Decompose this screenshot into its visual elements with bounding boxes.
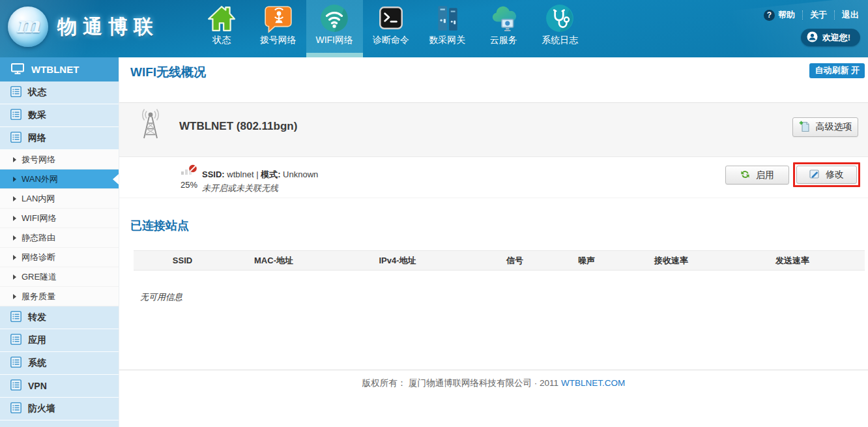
main-nav: 状态 拨号网络 WIFI网络 诊断命令 数采网关 xyxy=(194,0,588,57)
sidebar-device-header[interactable]: WTBLNET xyxy=(0,57,119,81)
wifi-status-text: 未开启或未关联无线 xyxy=(202,183,278,194)
sidebar-item-gre-tunnel[interactable]: GRE隧道 xyxy=(0,267,119,287)
sidebar-item-label: WAN外网 xyxy=(22,173,58,185)
sidebar-item-firewall[interactable]: 防火墙 xyxy=(0,398,119,420)
nav-tab-label: 状态 xyxy=(212,35,231,45)
link-divider xyxy=(834,10,835,20)
connected-stations-title: 已连接站点 xyxy=(130,218,189,233)
sidebar-item-wifi[interactable]: WIFI网络 xyxy=(0,209,119,228)
ssid-label: SSID: xyxy=(202,169,225,179)
nav-tab-system-log[interactable]: 系统日志 xyxy=(532,0,588,57)
sidebar-item-wan[interactable]: WAN外网 xyxy=(0,169,119,189)
sidebar-item-label: 转发 xyxy=(28,312,46,323)
nav-tab-status[interactable]: 状态 xyxy=(194,0,250,57)
separator: | xyxy=(256,169,258,179)
sidebar-item-status[interactable]: 状态 xyxy=(0,81,119,104)
sidebar-item-network[interactable]: 网络 xyxy=(0,127,119,150)
column-header: IPv4-地址 xyxy=(316,255,479,267)
sidebar-item-label: 服务质量 xyxy=(22,291,55,302)
nav-tab-label: WIFI网络 xyxy=(315,35,353,45)
signal-off-icon xyxy=(181,167,198,178)
about-link[interactable]: 关于 xyxy=(810,9,827,21)
arrow-right-icon xyxy=(13,216,16,221)
refresh-icon xyxy=(740,169,750,181)
nav-tab-label: 数采网关 xyxy=(429,35,465,45)
nav-tab-diagnostic-command[interactable]: 诊断命令 xyxy=(363,0,420,57)
list-icon xyxy=(10,402,22,415)
sidebar-item-label: 拨号网络 xyxy=(22,154,55,166)
sidebar-device-title: WTBLNET xyxy=(31,64,79,75)
brand-name: 物通博联 xyxy=(57,14,159,40)
column-header: SSID xyxy=(134,256,231,265)
nav-tab-label: 系统日志 xyxy=(542,35,578,45)
wifi-network-title: WTBLNET (802.11bgn) xyxy=(179,120,297,133)
sidebar-item-system[interactable]: 系统 xyxy=(0,352,119,375)
arrow-right-icon xyxy=(13,157,16,162)
list-icon xyxy=(10,132,22,145)
top-header: m 物通博联 状态 拨号网络 WIFI网络 诊断命令 xyxy=(0,0,868,57)
copyright-text: 版权所有： 厦门物通博联网络科技有限公司 · 2011 xyxy=(362,378,558,388)
nav-tab-label: 拨号网络 xyxy=(260,35,297,45)
footer: 版权所有： 厦门物通博联网络科技有限公司 · 2011 WTBLNET.COM xyxy=(119,377,868,389)
list-icon xyxy=(10,334,22,347)
sidebar-item-label: 系统 xyxy=(28,357,46,369)
sidebar-item-static-route[interactable]: 静态路由 xyxy=(0,228,119,248)
signal-percent: 25% xyxy=(177,180,201,190)
sidebar-item-label: 网络 xyxy=(28,132,46,144)
header-links: ? 帮助 关于 退出 xyxy=(764,9,859,21)
auto-refresh-toggle[interactable]: 自动刷新 开 xyxy=(809,63,865,78)
stethoscope-icon xyxy=(545,3,575,33)
column-header: 噪声 xyxy=(551,255,622,267)
enable-button[interactable]: 启用 xyxy=(725,166,789,184)
nav-tab-cloud-service[interactable]: 云服务 xyxy=(476,0,532,57)
modify-button[interactable]: 修改 xyxy=(796,166,857,184)
nav-tab-wifi-network[interactable]: WIFI网络 xyxy=(306,0,363,57)
highlight-box: 修改 xyxy=(793,162,860,187)
no-data-message: 无可用信息 xyxy=(140,291,182,303)
nav-tab-label: 诊断命令 xyxy=(373,35,409,45)
sidebar-item-vpn[interactable]: VPN xyxy=(0,375,119,398)
broadcast-icon xyxy=(263,3,293,33)
page-title: WIFI无线概况 xyxy=(130,64,206,81)
column-header: MAC-地址 xyxy=(231,255,316,267)
ssid-value: wtblnet xyxy=(227,169,253,179)
help-icon: ? xyxy=(764,10,775,21)
website-link[interactable]: WTBLNET.COM xyxy=(561,378,625,388)
sidebar-item-application[interactable]: 应用 xyxy=(0,329,119,352)
sidebar-item-forwarding[interactable]: 转发 xyxy=(0,306,119,329)
user-icon xyxy=(807,31,818,44)
mode-value: Unknown xyxy=(283,169,318,179)
advanced-options-label: 高级选项 xyxy=(816,121,852,133)
list-icon xyxy=(10,109,22,122)
sidebar-item-label: 网络诊断 xyxy=(22,252,55,263)
column-header: 发送速率 xyxy=(720,255,865,267)
cloud-icon xyxy=(489,3,519,33)
help-link[interactable]: 帮助 xyxy=(778,9,795,21)
nav-tab-dial-network[interactable]: 拨号网络 xyxy=(250,0,307,57)
welcome-badge: 欢迎您! xyxy=(801,29,860,46)
terminal-icon xyxy=(376,3,406,33)
sidebar-item-data-collect[interactable]: 数采 xyxy=(0,104,119,127)
welcome-text: 欢迎您! xyxy=(822,32,850,44)
advanced-options-button[interactable]: 高级选项 xyxy=(792,117,858,137)
sidebar-item-dial-network[interactable]: 拨号网络 xyxy=(0,150,119,169)
column-header: 接收速率 xyxy=(622,255,720,267)
sidebar-item-lan[interactable]: LAN内网 xyxy=(0,189,119,209)
sidebar-item-label: 数采 xyxy=(28,110,46,121)
sidebar-item-qos[interactable]: 服务质量 xyxy=(0,287,119,306)
sidebar-item-label: LAN内网 xyxy=(22,193,55,205)
antenna-icon xyxy=(136,108,165,144)
ssid-info: SSID: wtblnet | 模式: Unknown xyxy=(202,169,318,181)
home-icon xyxy=(207,3,237,33)
column-header: 信号 xyxy=(479,255,551,267)
page-plus-icon xyxy=(799,121,810,134)
sidebar-item-network-diagnosis[interactable]: 网络诊断 xyxy=(0,248,119,267)
enable-label: 启用 xyxy=(756,169,774,181)
nav-tab-data-gateway[interactable]: 数采网关 xyxy=(419,0,476,57)
arrow-right-icon xyxy=(13,235,16,241)
main-content: WIFI无线概况 自动刷新 开 WTBLNET (802.11bgn) 高级选项… xyxy=(119,57,868,427)
logout-link[interactable]: 退出 xyxy=(842,9,859,21)
sidebar: WTBLNET 状态 数采 网络 拨号网络 WAN外网 LAN内网 WIFI网络… xyxy=(0,57,119,427)
modify-label: 修改 xyxy=(826,169,844,181)
list-icon xyxy=(10,357,22,370)
